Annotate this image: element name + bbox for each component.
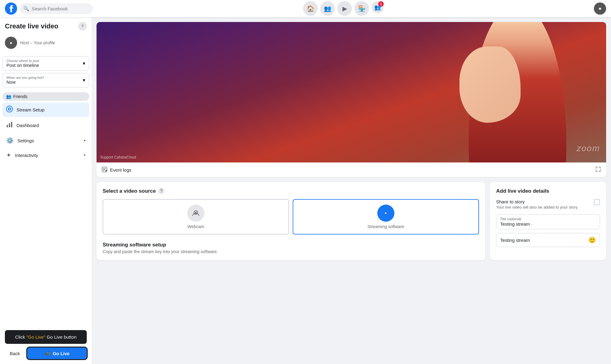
video-source-help-btn[interactable]: ? [158, 188, 164, 194]
where-to-post-dropdown[interactable]: Choose where to post Post on timeline ▾ [2, 56, 89, 71]
svg-rect-5 [9, 123, 10, 127]
title-field-label: Title (optional) [500, 217, 596, 221]
when-going-live-dropdown[interactable]: When are you going live? Now ▾ [2, 73, 89, 87]
go-live-button-label: Go Live [53, 351, 70, 356]
title-field-container[interactable]: Title (optional) Testing stream · [496, 214, 600, 229]
where-to-post-value: Post on timeline [6, 63, 39, 68]
when-going-live-label: When are you going live? [6, 76, 44, 79]
video-source-title: Select a video source ? [103, 188, 479, 194]
share-to-story-content: Share to story Your live video will also… [496, 199, 578, 209]
streaming-software-label: Streaming software [368, 224, 404, 229]
svg-point-3 [9, 108, 10, 110]
streaming-setup-desc: Copy and paste the stream key into your … [103, 249, 479, 254]
video-container: zoom Support CallabaCloud [97, 22, 606, 162]
event-logs-icon [101, 166, 108, 173]
avatar: ● [5, 37, 17, 49]
host-label-text: Host – Your profile [20, 40, 55, 45]
friends-badge-btn[interactable]: 👥 Friends [2, 92, 89, 101]
source-options: Webcam Streaming software [103, 199, 479, 235]
bottom-cards: Select a video source ? Webcam [97, 182, 606, 260]
interactivity-chevron-icon: ▾ [84, 153, 86, 157]
user-avatar-btn[interactable]: ● [594, 2, 606, 15]
svg-rect-6 [11, 122, 12, 127]
video-source-title-text: Select a video source [103, 188, 156, 194]
chevron-down-icon: ▾ [83, 60, 85, 66]
help-button[interactable]: ? [78, 22, 87, 31]
friends-badge-label: Friends [13, 94, 27, 99]
sidebar-title: Create live video ? [2, 22, 89, 34]
settings-icon: ⚙️ [6, 137, 14, 144]
interactivity-icon: ✦ [6, 151, 11, 159]
facebook-logo[interactable] [5, 2, 17, 15]
expand-event-logs-btn[interactable] [595, 166, 601, 173]
go-live-hint: Click "Go Live" Go Live button [5, 330, 87, 344]
streaming-software-option[interactable]: Streaming software [293, 199, 479, 235]
video-preview-card: zoom Support CallabaCloud Event logs [97, 22, 606, 177]
svg-rect-11 [105, 170, 107, 171]
go-live-camera-icon: 📹 [45, 351, 50, 356]
search-bar[interactable]: 🔍 [20, 3, 93, 14]
go-live-hint-suffix: Go Live [47, 334, 63, 340]
notifications-btn[interactable]: 👥 1 [371, 1, 384, 13]
where-to-post-label: Choose where to post [6, 59, 39, 63]
create-live-video-title: Create live video [5, 22, 58, 30]
when-going-live-value: Now [6, 79, 44, 85]
go-live-hint-yellow: "Go Live" [26, 334, 45, 340]
back-button[interactable]: Back [5, 348, 25, 359]
chevron-down-icon-2: ▾ [83, 77, 85, 83]
home-nav-btn[interactable]: 🏠 [303, 1, 318, 16]
sidebar-bottom: Click "Go Live" Go Live button Back 📹 Go… [0, 325, 92, 364]
dashboard-icon [6, 121, 13, 129]
main-layout: Create live video ? ● Host – Your profil… [0, 17, 611, 364]
search-icon: 🔍 [23, 6, 29, 12]
host-info: Host – Your profile [20, 40, 55, 45]
sidebar-item-interactivity[interactable]: ✦ Interactivity ▾ [2, 148, 89, 162]
video-support-text: Support CallabaCloud [100, 155, 136, 159]
share-to-story-row: Share to story Your live video will also… [496, 199, 600, 209]
streaming-software-icon [377, 205, 394, 222]
settings-label: Settings [17, 138, 80, 143]
friends-nav-btn[interactable]: 👥 [320, 1, 335, 16]
stream-setup-icon [6, 106, 13, 114]
notification-badge: 1 [378, 1, 384, 7]
dashboard-label: Dashboard [16, 123, 86, 128]
event-logs-bar: Event logs [97, 162, 606, 177]
host-section: ● Host – Your profile [2, 34, 89, 51]
watch-nav-btn[interactable]: ▶ [337, 1, 352, 16]
topnav-right: ● [594, 2, 606, 15]
when-going-live-content: When are you going live? Now [6, 76, 44, 85]
svg-point-13 [195, 212, 197, 213]
sidebar: Create live video ? ● Host – Your profil… [0, 17, 92, 364]
live-details-title: Add live video details [496, 188, 600, 194]
sidebar-item-settings[interactable]: ⚙️ Settings ▾ [2, 134, 89, 147]
event-logs-left: Event logs [101, 166, 131, 173]
go-live-button[interactable]: 📹 Go Live [27, 348, 87, 359]
interactivity-label: Interactivity [15, 153, 80, 158]
svg-point-15 [385, 213, 386, 214]
sidebar-item-stream-setup[interactable]: Stream Setup [2, 103, 89, 117]
share-to-story-checkbox[interactable] [594, 199, 600, 205]
svg-rect-4 [7, 125, 8, 127]
live-details-card: Add live video details Share to story Yo… [490, 182, 606, 260]
streaming-setup-section: Streaming software setup Copy and paste … [103, 242, 479, 254]
search-input[interactable] [32, 6, 89, 11]
event-logs-label: Event logs [110, 167, 131, 173]
topnav: 🔍 🏠 👥 ▶ 🏪 👥 1 ● [0, 0, 611, 17]
webcam-label: Webcam [188, 224, 204, 229]
topnav-center: 🏠 👥 ▶ 🏪 👥 1 [93, 1, 594, 16]
sidebar-actions: Back 📹 Go Live [5, 348, 87, 359]
description-field[interactable]: Testing stream 🙂 [496, 233, 600, 247]
streaming-setup-title: Streaming software setup [103, 242, 479, 248]
share-to-story-sub: Your live video will also be added to yo… [496, 205, 578, 209]
share-to-story-label: Share to story [496, 199, 578, 204]
webcam-option[interactable]: Webcam [103, 199, 289, 235]
settings-chevron-icon: ▾ [84, 138, 86, 143]
title-field-value: Testing stream · [500, 221, 596, 227]
webcam-icon [187, 205, 204, 222]
description-value: Testing stream [500, 238, 530, 243]
video-source-card: Select a video source ? Webcam [97, 182, 485, 260]
marketplace-nav-btn[interactable]: 🏪 [354, 1, 369, 16]
emoji-button[interactable]: 🙂 [588, 236, 596, 244]
live-details-title-text: Add live video details [496, 188, 549, 194]
sidebar-item-dashboard[interactable]: Dashboard [2, 118, 89, 133]
